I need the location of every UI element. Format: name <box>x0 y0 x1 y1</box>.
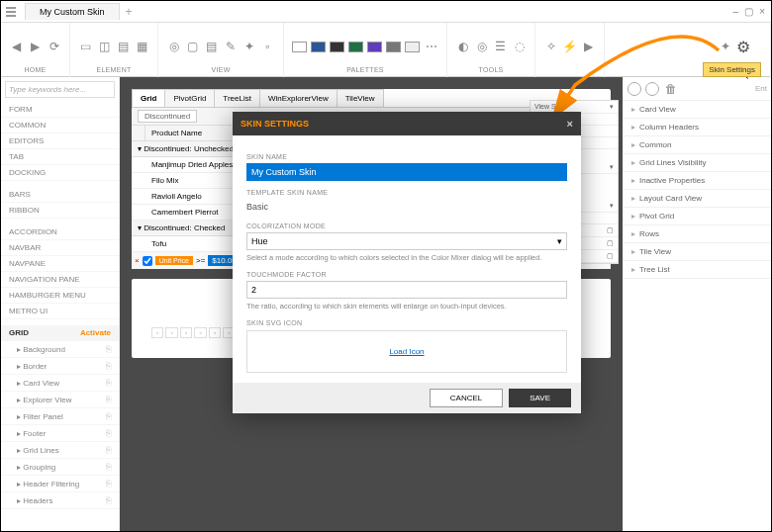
wand-icon[interactable]: ✦ <box>241 40 256 54</box>
close-icon[interactable]: × <box>567 118 573 130</box>
category-item[interactable]: Pivot Grid <box>624 208 771 225</box>
target-icon[interactable]: ◎ <box>166 40 181 54</box>
tag-icon[interactable] <box>645 82 659 96</box>
right-search[interactable]: Ent <box>755 84 767 93</box>
sidebar-item[interactable]: HAMBURGER MENU <box>1 288 119 304</box>
category-item[interactable]: Tree List <box>624 261 771 279</box>
sidebar-item[interactable]: NAVBAR <box>1 240 119 256</box>
zoom-btn[interactable]: ▫ <box>194 327 206 338</box>
sidebar-item[interactable]: COMMON <box>1 118 119 133</box>
tab-pivotgrid[interactable]: PivotGrid <box>164 89 215 107</box>
field-label: SKIN SVG ICON <box>246 319 567 326</box>
category-item[interactable]: Rows <box>624 225 771 243</box>
field-label: TOUCHMODE FACTOR <box>246 271 567 278</box>
view-icon-3[interactable]: ✎ <box>223 40 238 54</box>
element-icon-2[interactable]: ◫ <box>97 40 112 54</box>
category-item[interactable]: Inactive Properties <box>624 172 771 190</box>
add-icon[interactable] <box>627 82 641 96</box>
sidebar-item[interactable]: RIBBON <box>1 203 119 219</box>
more-palettes-icon[interactable]: ⋯ <box>424 40 438 54</box>
tab-tileview[interactable]: TileView <box>337 89 384 107</box>
category-item[interactable]: Grid Lines Visibility <box>624 154 771 172</box>
colorization-dropdown[interactable]: Hue▾ <box>246 232 567 250</box>
view-icon-4[interactable]: ▫ <box>260 40 275 54</box>
play-icon[interactable]: ▶ <box>581 40 596 54</box>
bolt-icon[interactable]: ⚡ <box>562 40 577 54</box>
ribbon-group-home: ◀ ▶ ⟳ HOME <box>1 23 70 77</box>
tab-winexplorerview[interactable]: WinExplorerView <box>259 89 338 107</box>
element-icon-3[interactable]: ▤ <box>116 40 131 54</box>
zoom-btn[interactable]: ▫ <box>151 327 163 338</box>
sidebar-subitem[interactable]: ▸ Filter Panel⎘ <box>1 408 119 425</box>
zoom-btn[interactable]: ▫ <box>165 327 177 338</box>
category-item[interactable]: Card View <box>624 101 771 119</box>
sidebar-subitem[interactable]: ▸ Footer⎘ <box>1 425 119 442</box>
settings-icon-1[interactable]: ✦ <box>718 40 732 54</box>
palette-swatch[interactable] <box>330 42 344 52</box>
close-icon[interactable]: × <box>759 6 765 17</box>
category-item[interactable]: Layout Card View <box>624 190 771 208</box>
maximize-icon[interactable]: ▢ <box>744 6 753 17</box>
sidebar-item[interactable]: DOCKING <box>1 165 119 181</box>
sidebar-item[interactable]: FORM <box>1 102 119 118</box>
category-item[interactable]: Tile View <box>624 243 771 261</box>
sidebar-item[interactable]: EDITORS <box>1 133 119 149</box>
filter-checkbox[interactable] <box>143 256 152 266</box>
search-input[interactable]: Type keywords here... <box>5 81 115 98</box>
tool-icon-4[interactable]: ◌ <box>512 40 527 54</box>
hamburger-icon[interactable] <box>1 1 21 23</box>
palette-swatch[interactable] <box>311 42 326 52</box>
palette-swatch[interactable] <box>386 42 401 52</box>
sidebar-subitem[interactable]: ▸ Card View⎘ <box>1 375 119 392</box>
tool-icon-3[interactable]: ☰ <box>493 40 508 54</box>
skin-settings-dialog: SKIN SETTINGS × SKIN NAME My Custom Skin… <box>233 112 581 413</box>
palette-swatch[interactable] <box>348 42 363 52</box>
zoom-btn[interactable]: ▫ <box>209 327 221 338</box>
tool-icon-1[interactable]: ◐ <box>455 40 470 54</box>
load-icon-link[interactable]: Load Icon <box>389 347 424 356</box>
sidebar-item[interactable]: TAB <box>1 149 119 165</box>
delete-icon[interactable]: 🗑 <box>663 81 678 96</box>
zoom-btn[interactable]: ▫ <box>180 327 192 338</box>
sparkle-icon[interactable]: ✧ <box>543 40 558 54</box>
skin-name-input[interactable]: My Custom Skin <box>246 163 567 181</box>
sidebar-subitem[interactable]: ▸ Background⎘ <box>1 341 119 358</box>
palette-swatch[interactable] <box>367 42 382 52</box>
tab-treelist[interactable]: TreeList <box>214 89 260 107</box>
refresh-icon[interactable]: ⟳ <box>47 40 61 54</box>
sidebar-subitem[interactable]: ▸ Header Filtering⎘ <box>1 476 119 492</box>
element-icon[interactable]: ▭ <box>78 40 93 54</box>
touchmode-input[interactable] <box>246 281 567 299</box>
sidebar-item[interactable]: BARS <box>1 187 119 203</box>
activate-link[interactable]: Activate <box>80 328 111 337</box>
category-item[interactable]: Common <box>624 136 771 154</box>
ribbon-group-extra: ✧ ⚡ ▶ <box>535 23 605 77</box>
new-tab-button[interactable]: + <box>120 5 139 19</box>
sidebar-item[interactable]: NAVPANE <box>1 256 119 272</box>
sidebar-subitem[interactable]: ▸ Headers⎘ <box>1 492 119 509</box>
sidebar-subitem[interactable]: ▸ Explorer View⎘ <box>1 392 119 408</box>
dialog-header: SKIN SETTINGS × <box>233 112 581 135</box>
sidebar-item[interactable]: ACCORDION <box>1 224 119 240</box>
palette-swatch[interactable] <box>292 42 307 52</box>
tool-icon-2[interactable]: ◎ <box>474 40 489 54</box>
sidebar-item[interactable]: METRO UI <box>1 304 119 319</box>
back-icon[interactable]: ◀ <box>9 40 24 54</box>
cancel-button[interactable]: CANCEL <box>430 389 503 407</box>
forward-icon[interactable]: ▶ <box>28 40 43 54</box>
category-item[interactable]: Column Headers <box>624 119 771 136</box>
sidebar-subitem[interactable]: ▸ Border⎘ <box>1 358 119 375</box>
view-icon-1[interactable]: ▢ <box>185 40 200 54</box>
sidebar-subitem[interactable]: ▸ Grid Lines⎘ <box>1 442 119 459</box>
sidebar-item[interactable]: NAVIGATION PANE <box>1 272 119 288</box>
palette-swatch[interactable] <box>405 42 420 52</box>
minimize-icon[interactable]: – <box>733 6 739 17</box>
sidebar-item-grid[interactable]: GRID Activate <box>1 325 119 341</box>
view-icon-2[interactable]: ▤ <box>204 40 219 54</box>
sidebar-subitem[interactable]: ▸ Grouping⎘ <box>1 459 119 476</box>
document-tab[interactable]: My Custom Skin <box>25 3 120 20</box>
element-icon-4[interactable]: ▦ <box>135 40 149 54</box>
gear-icon[interactable]: ⚙ <box>736 38 750 56</box>
tab-grid[interactable]: Grid <box>132 89 165 107</box>
save-button[interactable]: SAVE <box>509 389 571 407</box>
